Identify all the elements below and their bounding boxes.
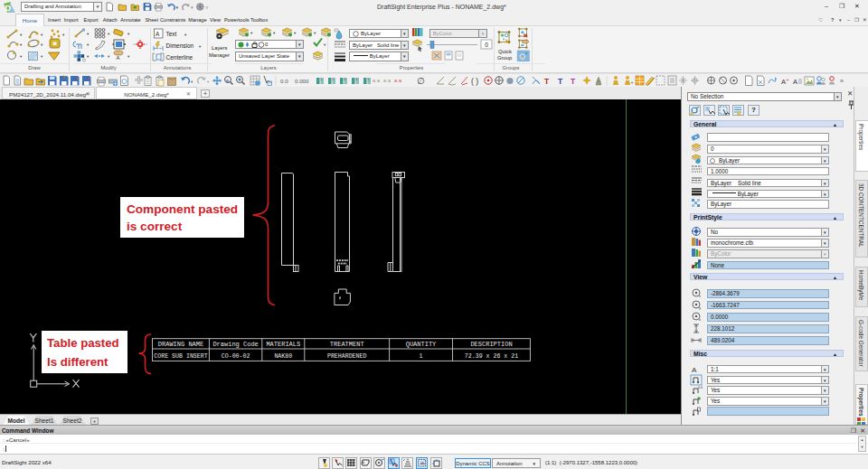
svg-text:▾: ▾ bbox=[199, 44, 202, 49]
svg-text:A: A bbox=[781, 78, 786, 86]
svg-text:▾: ▾ bbox=[176, 5, 179, 10]
svg-text:Layers: Layers bbox=[212, 45, 228, 51]
svg-text:z: z bbox=[699, 317, 701, 322]
svg-text:DRAWING NAME: DRAWING NAME bbox=[158, 341, 203, 348]
svg-text:( ): ( ) bbox=[471, 77, 478, 86]
svg-text:▾: ▾ bbox=[87, 32, 90, 36]
svg-text:▾: ▾ bbox=[207, 80, 210, 84]
svg-text:a·a: a·a bbox=[394, 78, 402, 83]
svg-text:»: » bbox=[840, 78, 844, 84]
svg-text:▾: ▾ bbox=[108, 54, 110, 59]
svg-text:▾: ▾ bbox=[62, 33, 65, 37]
svg-text:+: + bbox=[787, 77, 789, 82]
svg-text:Text: Text bbox=[166, 31, 177, 37]
svg-text:MATERIALS: MATERIALS bbox=[266, 341, 300, 348]
svg-text:▾: ▾ bbox=[191, 5, 193, 10]
svg-text:A: A bbox=[117, 55, 120, 61]
svg-text:+: + bbox=[631, 80, 634, 85]
svg-text:DESCRIPTION: DESCRIPTION bbox=[470, 341, 512, 348]
svg-text:A: A bbox=[156, 31, 160, 37]
svg-text:A: A bbox=[793, 78, 797, 86]
svg-text:NAK80: NAK80 bbox=[274, 353, 292, 360]
svg-text:a·a: a·a bbox=[373, 78, 381, 83]
svg-text:Group: Group bbox=[497, 55, 512, 61]
svg-text:T: T bbox=[571, 77, 576, 86]
svg-text:TREATMENT: TREATMENT bbox=[330, 341, 364, 348]
svg-text:a·a: a·a bbox=[383, 78, 392, 83]
svg-text:A: A bbox=[692, 366, 697, 374]
svg-text:T: T bbox=[558, 77, 563, 86]
svg-text:▾: ▾ bbox=[20, 33, 23, 37]
svg-text:QUANTITY: QUANTITY bbox=[406, 341, 437, 348]
svg-text:Dimension: Dimension bbox=[166, 42, 194, 49]
svg-text:0: 0 bbox=[485, 42, 488, 48]
svg-text:▾: ▾ bbox=[250, 31, 253, 35]
svg-text:0.0: 0.0 bbox=[280, 78, 288, 84]
svg-text:▾: ▾ bbox=[41, 33, 43, 37]
svg-text:▾: ▾ bbox=[127, 54, 130, 59]
svg-text:is correct: is correct bbox=[127, 220, 183, 233]
svg-text:▾: ▾ bbox=[184, 33, 187, 37]
svg-text:D: D bbox=[5, 4, 12, 13]
svg-text:1: 1 bbox=[420, 353, 423, 360]
svg-text:y: y bbox=[699, 305, 701, 310]
svg-text:T: T bbox=[544, 77, 550, 86]
svg-text:72.39 x 26 x 21: 72.39 x 26 x 21 bbox=[465, 353, 518, 360]
svg-text:0.0: 0.0 bbox=[698, 386, 703, 389]
svg-text:PREHARDENED: PREHARDENED bbox=[327, 353, 367, 360]
svg-text:▾: ▾ bbox=[41, 54, 43, 59]
svg-text:▾: ▾ bbox=[273, 31, 276, 35]
svg-text:Table pasted: Table pasted bbox=[47, 336, 119, 350]
svg-text:Drawing Code: Drawing Code bbox=[212, 341, 258, 348]
svg-text:Is different: Is different bbox=[47, 355, 108, 369]
svg-text:x: x bbox=[699, 294, 701, 298]
svg-text:▾: ▾ bbox=[20, 54, 23, 59]
svg-text:▾: ▾ bbox=[127, 32, 130, 36]
svg-text:▾: ▾ bbox=[87, 42, 90, 47]
svg-text:0.000: 0.000 bbox=[295, 78, 309, 84]
svg-text:▾: ▾ bbox=[294, 31, 297, 35]
svg-text:▾: ▾ bbox=[20, 42, 23, 47]
svg-text:▿: ▿ bbox=[206, 5, 209, 10]
svg-text:Quick: Quick bbox=[498, 49, 512, 54]
svg-text:▾: ▾ bbox=[108, 32, 110, 36]
svg-text:Centerline: Centerline bbox=[166, 54, 193, 61]
svg-text:Component pasted: Component pasted bbox=[127, 202, 238, 216]
svg-text:▾: ▾ bbox=[87, 54, 90, 59]
svg-text:▾: ▾ bbox=[191, 80, 193, 84]
svg-text:▾: ▾ bbox=[314, 31, 316, 35]
svg-text:∅: ∅ bbox=[417, 76, 425, 86]
svg-text:Manager: Manager bbox=[209, 52, 230, 58]
svg-text:▾: ▾ bbox=[324, 42, 326, 47]
svg-text:CO-00-02: CO-00-02 bbox=[222, 353, 250, 360]
svg-text:a: a bbox=[226, 78, 230, 83]
svg-text:▾: ▾ bbox=[41, 42, 43, 47]
svg-text:CORE SUB INSERT: CORE SUB INSERT bbox=[154, 353, 207, 360]
